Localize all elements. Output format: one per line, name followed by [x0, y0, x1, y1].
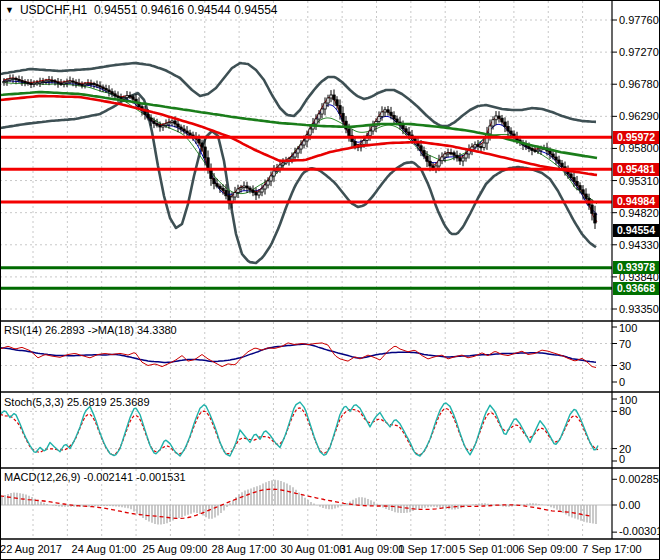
- price-level-badge: 0.94984: [613, 195, 659, 208]
- chart-window: ▼USDCHF,H1 0.94551 0.94616 0.94544 0.945…: [0, 0, 660, 560]
- stoch-panel-label: Stoch(5,3,3) 25.6819 25.3689: [4, 396, 150, 408]
- price-axis-label: 0.97760: [619, 14, 659, 26]
- price-axis-label: 0.96290: [619, 110, 659, 122]
- stoch-axis-label: 0: [619, 453, 625, 465]
- rsi-axis-label: 100: [619, 322, 637, 334]
- time-axis-label: 7 Sep 17:00: [582, 543, 641, 555]
- time-axis-label: 1 Sep 17:00: [398, 543, 457, 555]
- time-axis-label: 25 Aug 09:00: [143, 543, 208, 555]
- current-price-badge: 0.94554: [613, 224, 659, 237]
- price-axis-label: 0.95310: [619, 175, 659, 187]
- quote-high: 0.94616: [141, 3, 184, 17]
- price-axis-label: 0.96780: [619, 78, 659, 90]
- macd-axis-label: 0.00: [619, 499, 659, 511]
- price-axis-label: 0.94330: [619, 239, 659, 251]
- macd-axis-label: 0.002856: [619, 473, 659, 485]
- price-level-badge: 0.93668: [613, 282, 659, 295]
- price-level-badge: 0.95481: [613, 163, 659, 176]
- price-axis-label: 0.93350: [619, 303, 659, 315]
- quote-low: 0.94544: [187, 3, 230, 17]
- macd-panel-label: MACD(12,26,9) -0.002141 -0.001531: [4, 471, 186, 483]
- price-level-badge: 0.93978: [613, 261, 659, 274]
- price-axis-label: 0.94820: [619, 207, 659, 219]
- symbol-label: USDCHF,H1: [20, 3, 87, 17]
- stoch-axis-label: 80: [619, 405, 631, 417]
- stoch-axis-label: 100: [619, 394, 637, 406]
- quote-close: 0.94554: [234, 3, 277, 17]
- rsi-axis-label: 30: [619, 360, 631, 372]
- rsi-panel-label: RSI(14) 26.2893 ->MA(18) 34.3380: [4, 324, 177, 336]
- time-axis-label: 22 Aug 2017: [0, 543, 62, 555]
- time-axis-label: 28 Aug 17:00: [212, 543, 277, 555]
- price-level-badge: 0.95972: [613, 131, 659, 144]
- macd-axis-label: -0.003017: [619, 525, 659, 537]
- time-axis-label: 30 Aug 01:00: [281, 543, 346, 555]
- symbol-title: ▼USDCHF,H1 0.94551 0.94616 0.94544 0.945…: [5, 3, 278, 17]
- time-axis-label: 24 Aug 01:00: [72, 543, 137, 555]
- rsi-axis-label: 70: [619, 338, 631, 350]
- rsi-axis-label: 0: [619, 376, 625, 388]
- price-axis-label: 0.97270: [619, 46, 659, 58]
- time-axis-label: 5 Sep 01:00: [459, 543, 518, 555]
- quote-open: 0.94551: [94, 3, 137, 17]
- price-axis-label: 0.95800: [619, 142, 659, 154]
- symbol-dropdown-icon[interactable]: ▼: [5, 5, 14, 15]
- time-axis-label: 31 Aug 09:00: [340, 543, 405, 555]
- time-axis-label: 6 Sep 09:00: [518, 543, 577, 555]
